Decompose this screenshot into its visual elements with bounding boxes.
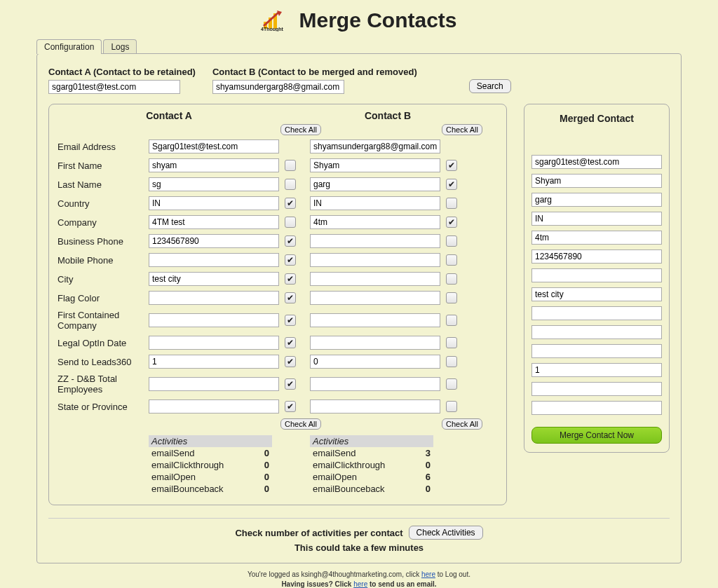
field-a-input[interactable] <box>149 139 279 153</box>
field-label: ZZ - D&B Total Employees <box>57 374 149 395</box>
field-b-checkbox[interactable] <box>446 235 457 247</box>
merged-field-input[interactable] <box>531 193 662 207</box>
field-b-input[interactable] <box>310 355 440 369</box>
tab-configuration[interactable]: Configuration <box>36 39 102 54</box>
field-label: Email Address <box>57 142 149 152</box>
logout-link[interactable]: here <box>421 570 435 578</box>
activity-value: 0 <box>264 472 269 482</box>
field-a-input[interactable] <box>149 377 279 391</box>
field-b-checkbox[interactable] <box>446 217 457 228</box>
field-b-checkbox[interactable] <box>446 160 457 171</box>
tab-logs[interactable]: Logs <box>103 39 137 54</box>
field-a-checkbox[interactable] <box>285 273 296 285</box>
merged-field-input[interactable] <box>531 249 662 264</box>
field-a-input[interactable] <box>149 253 279 267</box>
merged-field-input[interactable] <box>531 212 662 226</box>
field-a-input[interactable] <box>149 177 279 191</box>
activity-value: 0 <box>426 460 431 470</box>
merged-field-input[interactable] <box>531 268 662 282</box>
field-b-input[interactable] <box>310 272 440 286</box>
check-activities-button[interactable]: Check Activities <box>409 526 483 540</box>
field-a-input[interactable] <box>149 196 279 210</box>
field-b-checkbox[interactable] <box>446 401 457 412</box>
activity-name: emailOpen <box>151 472 196 482</box>
field-b-input[interactable] <box>310 377 440 391</box>
merged-field-input[interactable] <box>531 287 662 301</box>
field-b-checkbox[interactable] <box>446 337 457 348</box>
field-b-checkbox[interactable] <box>446 292 457 303</box>
field-a-checkbox[interactable] <box>285 254 296 266</box>
merged-field-input[interactable] <box>531 231 662 245</box>
merge-contact-button[interactable]: Merge Contact Now <box>531 427 662 444</box>
field-b-checkbox[interactable] <box>446 315 457 326</box>
field-label: Send to Leads360 <box>57 357 149 367</box>
field-a-checkbox[interactable] <box>285 217 296 228</box>
field-a-checkbox[interactable] <box>285 337 296 348</box>
field-b-input[interactable] <box>310 291 440 305</box>
activities-a-header: Activities <box>149 435 272 447</box>
header-contact-a: Contact A <box>57 110 280 121</box>
field-a-input[interactable] <box>149 336 279 350</box>
field-a-input[interactable] <box>149 313 279 327</box>
check-all-b-bottom[interactable]: Check All <box>442 418 482 430</box>
field-b-input[interactable] <box>310 253 440 267</box>
label-contact-a: Contact A (Contact to be retained) <box>48 67 196 77</box>
check-all-a-top[interactable]: Check All <box>280 124 321 135</box>
field-label: City <box>57 274 149 285</box>
field-a-input[interactable] <box>149 355 279 369</box>
field-b-input[interactable] <box>310 196 440 210</box>
field-label: First Name <box>57 160 149 171</box>
merged-field-input[interactable] <box>531 174 662 188</box>
merged-field-input[interactable] <box>531 155 662 169</box>
merged-field-input[interactable] <box>531 344 662 358</box>
merged-field-input[interactable] <box>531 306 662 320</box>
field-label: Business Phone <box>57 236 149 247</box>
search-button[interactable]: Search <box>469 79 511 93</box>
input-contact-b[interactable] <box>212 80 344 94</box>
field-a-checkbox[interactable] <box>285 401 296 412</box>
field-a-input[interactable] <box>149 272 279 286</box>
field-a-checkbox[interactable] <box>285 378 296 390</box>
field-b-input[interactable] <box>310 139 440 153</box>
field-a-checkbox[interactable] <box>285 198 296 209</box>
field-a-checkbox[interactable] <box>285 356 296 367</box>
field-a-checkbox[interactable] <box>285 179 296 190</box>
field-a-input[interactable] <box>149 399 279 413</box>
field-a-input[interactable] <box>149 158 279 172</box>
field-b-checkbox[interactable] <box>446 198 457 209</box>
check-all-b-top[interactable]: Check All <box>442 124 482 135</box>
field-b-checkbox[interactable] <box>446 356 457 367</box>
field-b-input[interactable] <box>310 399 440 413</box>
field-b-checkbox[interactable] <box>446 179 457 190</box>
merged-panel: Merged Contact Merge Contact Now <box>524 104 670 453</box>
field-a-checkbox[interactable] <box>285 235 296 247</box>
field-b-checkbox[interactable] <box>446 254 457 266</box>
activity-name: emailBounceback <box>151 484 224 494</box>
field-b-input[interactable] <box>310 313 440 327</box>
activity-value: 6 <box>426 472 431 482</box>
issues-link[interactable]: here <box>353 580 367 588</box>
svg-text:4Thought: 4Thought <box>261 27 284 32</box>
activity-name: emailSend <box>151 448 194 458</box>
merged-field-input[interactable] <box>531 401 662 415</box>
field-a-checkbox[interactable] <box>285 160 296 171</box>
field-b-input[interactable] <box>310 177 440 191</box>
compare-panel: Contact A Contact B Check All Check All … <box>48 104 507 505</box>
merged-field-input[interactable] <box>531 325 662 339</box>
field-b-input[interactable] <box>310 234 440 248</box>
field-b-checkbox[interactable] <box>446 273 457 285</box>
field-a-checkbox[interactable] <box>285 292 296 303</box>
input-contact-a[interactable] <box>48 80 180 94</box>
check-all-a-bottom[interactable]: Check All <box>280 418 321 430</box>
field-b-checkbox[interactable] <box>446 378 457 390</box>
activity-value: 0 <box>426 484 431 494</box>
field-b-input[interactable] <box>310 336 440 350</box>
merged-field-input[interactable] <box>531 382 662 396</box>
field-b-input[interactable] <box>310 158 440 172</box>
merged-field-input[interactable] <box>531 363 662 377</box>
field-a-input[interactable] <box>149 215 279 229</box>
field-b-input[interactable] <box>310 215 440 229</box>
field-a-input[interactable] <box>149 291 279 305</box>
field-a-checkbox[interactable] <box>285 315 296 326</box>
field-a-input[interactable] <box>149 234 279 248</box>
